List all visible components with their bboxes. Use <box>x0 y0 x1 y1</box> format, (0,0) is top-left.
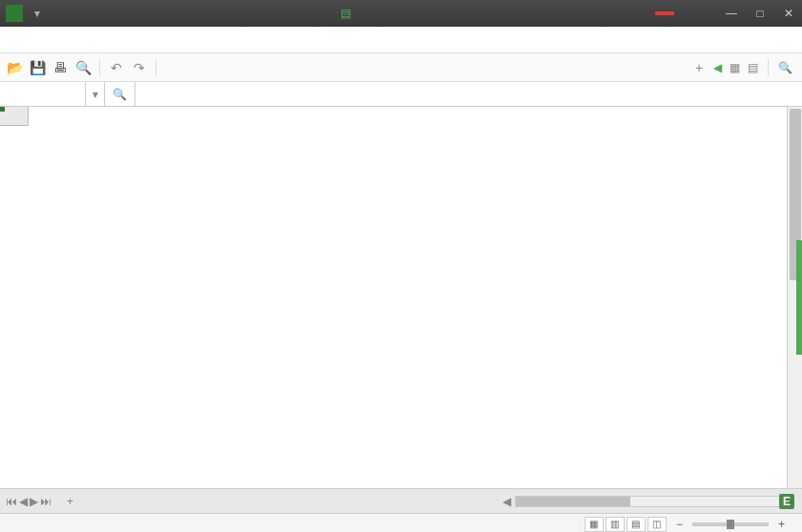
toolbar: 📂 💾 🖶 🔍 ↶ ↷ + ◀ ▦ ▤ 🔍 <box>0 53 802 82</box>
maximize-button[interactable]: □ <box>747 0 773 27</box>
zoom-out-button[interactable]: − <box>676 518 683 531</box>
minimize-button[interactable]: — <box>718 0 745 27</box>
side-panel-handle[interactable] <box>796 240 802 355</box>
sheet-nav-last[interactable]: ⏭ <box>40 495 51 508</box>
save-icon[interactable]: 💾 <box>29 59 46 76</box>
new-tab-button[interactable]: + <box>690 59 708 76</box>
login-button[interactable] <box>655 11 674 15</box>
zoom-in-button[interactable]: + <box>778 518 785 531</box>
menubar <box>0 27 802 53</box>
view-read-icon[interactable]: ◫ <box>648 517 667 532</box>
statusbar: ▦ ▥ ▤ ◫ − + <box>0 513 802 532</box>
tab-grid-icon[interactable]: ▤ <box>748 61 758 74</box>
view-break-icon[interactable]: ▤ <box>627 517 646 532</box>
zoom-slider[interactable] <box>692 522 769 526</box>
doc-icon: ▤ <box>340 7 351 20</box>
spreadsheet-grid[interactable] <box>0 107 802 488</box>
open-icon[interactable]: 📂 <box>6 59 23 76</box>
undo-icon[interactable]: ↶ <box>108 59 125 76</box>
document-title: ▤ <box>40 7 655 20</box>
sheet-nav-prev[interactable]: ◀ <box>19 495 28 508</box>
hscroll-thumb[interactable] <box>516 497 630 506</box>
formula-input[interactable] <box>151 82 802 106</box>
preview-icon[interactable]: 🔍 <box>74 59 92 76</box>
print-icon[interactable]: 🖶 <box>51 59 69 76</box>
sheet-nav-first[interactable]: ⏮ <box>6 495 17 508</box>
select-all-corner[interactable] <box>0 107 29 126</box>
app-logo <box>6 5 23 22</box>
search-icon: 🔍 <box>778 61 792 74</box>
redo-icon[interactable]: ↷ <box>131 59 148 76</box>
view-page-icon[interactable]: ▥ <box>606 517 625 532</box>
cancel-formula-icon[interactable]: 🔍 <box>113 88 127 101</box>
tab-list-icon[interactable]: ▦ <box>730 61 740 74</box>
horizontal-scrollbar[interactable] <box>515 496 782 507</box>
add-sheet-button[interactable]: + <box>57 491 83 512</box>
sheet-nav-next[interactable]: ▶ <box>30 495 38 508</box>
view-normal-icon[interactable]: ▦ <box>585 517 604 532</box>
formula-bar: ▾ 🔍 <box>0 82 802 107</box>
name-box[interactable] <box>0 82 86 106</box>
watermark: E <box>779 494 796 509</box>
titlebar: ▾ ▤ — □ ✕ <box>0 0 802 27</box>
sheet-tabs-bar: ⏮ ◀ ▶ ⏭ + ◀ ▶ <box>0 488 802 513</box>
tab-nav-left[interactable]: ◀ <box>713 61 722 74</box>
hscroll-left[interactable]: ◀ <box>503 495 511 508</box>
close-button[interactable]: ✕ <box>775 0 802 27</box>
name-box-dropdown[interactable]: ▾ <box>86 82 105 106</box>
